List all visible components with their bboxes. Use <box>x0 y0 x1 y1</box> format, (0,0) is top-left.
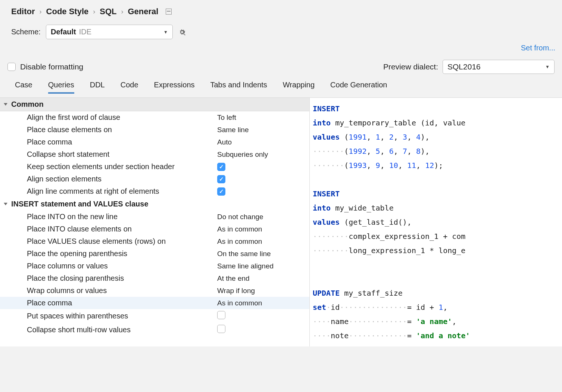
breadcrumb-item[interactable]: SQL <box>100 7 116 16</box>
code-line: values (1991, 1, 2, 3, 4), <box>313 130 559 144</box>
setting-value: At the end <box>217 274 250 283</box>
setting-value: Subqueries only <box>217 150 268 159</box>
setting-row[interactable]: Align line comments at right of elements <box>0 185 309 197</box>
section-header[interactable]: INSERT statement and VALUES clause <box>0 197 309 211</box>
chevron-down-icon <box>4 103 7 106</box>
code-line: into my_temporary_table (id, value <box>313 116 559 130</box>
tab-queries[interactable]: Queries <box>48 81 74 94</box>
setting-label: Place columns or values <box>27 262 217 270</box>
setting-label: Align line comments at right of elements <box>27 187 217 196</box>
setting-value: As in common <box>217 299 262 307</box>
code-line: ·······(1993, 9, 10, 11, 12); <box>313 158 559 172</box>
tab-tabs-and-indents[interactable]: Tabs and Indents <box>210 81 267 94</box>
section-header[interactable]: Common <box>0 98 309 111</box>
setting-row[interactable]: Place INTO on the new lineDo not change <box>0 211 309 223</box>
chevron-down-icon: ▼ <box>163 29 168 35</box>
show-in-window-icon[interactable] <box>166 9 172 15</box>
setting-row[interactable]: Place the closing parenthesisAt the end <box>0 272 309 284</box>
setting-label: Align the first word of clause <box>27 113 217 122</box>
setting-value: Same line <box>217 126 249 134</box>
settings-panel: CommonAlign the first word of clauseTo l… <box>0 98 310 346</box>
breadcrumb: Editor › Code Style › SQL › General <box>11 7 551 16</box>
code-line: UPDATE my_staff_size <box>313 286 559 300</box>
setting-row[interactable]: Put spaces within parentheses <box>0 309 309 323</box>
scheme-name: Default <box>51 28 76 36</box>
setting-row[interactable]: Place commaAs in common <box>0 297 309 309</box>
setting-row[interactable]: Place INTO clause elements onAs in commo… <box>0 223 309 235</box>
code-line: into my_wide_table <box>313 201 559 215</box>
tab-wrapping[interactable]: Wrapping <box>283 81 315 94</box>
tab-case[interactable]: Case <box>15 81 32 94</box>
setting-label: Place comma <box>27 138 217 146</box>
chevron-right-icon: › <box>93 8 95 16</box>
tab-expressions[interactable]: Expressions <box>154 81 195 94</box>
checkbox-icon[interactable] <box>217 163 225 171</box>
setting-row[interactable]: Align the first word of clauseTo left <box>0 111 309 124</box>
setting-row[interactable]: Align section elements <box>0 173 309 185</box>
setting-value: To left <box>217 113 236 122</box>
setting-label: Place INTO on the new line <box>27 212 217 221</box>
disable-formatting-checkbox[interactable]: Disable formatting <box>7 62 83 71</box>
chevron-right-icon: › <box>40 8 42 16</box>
checkbox-icon[interactable] <box>217 175 225 183</box>
setting-label: Collapse short multi-row values <box>27 326 217 334</box>
setting-value: Auto <box>217 138 232 146</box>
preview-dialect-label: Preview dialect: <box>383 62 438 71</box>
setting-label: Align section elements <box>27 175 217 183</box>
breadcrumb-item[interactable]: Code Style <box>46 7 89 16</box>
checkbox-icon[interactable] <box>217 325 225 333</box>
code-line: ·······(1992, 5, 6, 7, 8), <box>313 144 559 158</box>
section-title: INSERT statement and VALUES clause <box>11 200 149 208</box>
setting-value: Do not change <box>217 213 263 221</box>
chevron-right-icon: › <box>121 8 124 16</box>
code-line: ········long_expression_1 * long_e <box>313 243 559 258</box>
checkbox-icon[interactable] <box>217 187 225 196</box>
preview-panel: INSERTinto my_temporary_table (id, value… <box>310 98 562 346</box>
breadcrumb-item[interactable]: General <box>128 7 159 16</box>
setting-value: As in common <box>217 225 262 233</box>
code-line <box>313 258 559 272</box>
code-line: values (get_last_id(), <box>313 215 559 229</box>
setting-label: Wrap columns or values <box>27 286 217 295</box>
setting-row[interactable]: Place columns or valuesSame line aligned <box>0 260 309 272</box>
tab-code[interactable]: Code <box>121 81 138 94</box>
setting-row[interactable]: Place clause elements onSame line <box>0 124 309 136</box>
setting-row[interactable]: Place VALUES clause elements (rows) onAs… <box>0 235 309 248</box>
chevron-down-icon: ▼ <box>545 64 550 69</box>
code-line: ····note·············= 'and a note' <box>313 329 559 343</box>
setting-value: On the same line <box>217 250 271 258</box>
code-line <box>313 272 559 286</box>
scheme-ide-tag: IDE <box>79 28 91 36</box>
tab-ddl[interactable]: DDL <box>90 81 105 94</box>
gear-icon[interactable] <box>178 28 186 36</box>
setting-label: Place the opening parenthesis <box>27 249 217 258</box>
breadcrumb-item[interactable]: Editor <box>11 7 35 16</box>
setting-row[interactable]: Keep section elements under section head… <box>0 161 309 173</box>
setting-label: Place comma <box>27 299 217 307</box>
set-from-link[interactable]: Set from... <box>521 44 555 52</box>
tab-bar: CaseQueriesDDLCodeExpressionsTabs and In… <box>0 81 562 97</box>
setting-row[interactable]: Wrap columns or valuesWrap if long <box>0 284 309 297</box>
tab-code-generation[interactable]: Code Generation <box>330 81 387 94</box>
preview-dialect-value: SQL2016 <box>447 62 481 71</box>
setting-row[interactable]: Place the opening parenthesisOn the same… <box>0 248 309 260</box>
setting-row[interactable]: Place commaAuto <box>0 136 309 148</box>
setting-value: As in common <box>217 237 262 246</box>
setting-row[interactable]: Collapse short statementSubqueries only <box>0 148 309 161</box>
code-line: ····name·············= 'a name', <box>313 314 559 329</box>
checkbox-icon[interactable] <box>217 311 225 319</box>
setting-label: Keep section elements under section head… <box>27 162 217 171</box>
code-line: ········complex_expression_1 + com <box>313 229 559 243</box>
setting-label: Put spaces within parentheses <box>27 312 217 320</box>
scheme-select[interactable]: Default IDE ▼ <box>46 25 173 39</box>
setting-value: Wrap if long <box>217 287 255 295</box>
setting-label: Place the closing parenthesis <box>27 274 217 283</box>
setting-label: Place VALUES clause elements (rows) on <box>27 237 217 246</box>
checkbox-icon <box>7 63 16 71</box>
setting-label: Place INTO clause elements on <box>27 225 217 233</box>
preview-dialect-select[interactable]: SQL2016 ▼ <box>443 60 555 74</box>
setting-value: Same line aligned <box>217 262 274 270</box>
setting-row[interactable]: Collapse short multi-row values <box>0 323 309 337</box>
section-title: Common <box>11 100 44 109</box>
disable-formatting-label: Disable formatting <box>20 62 83 71</box>
